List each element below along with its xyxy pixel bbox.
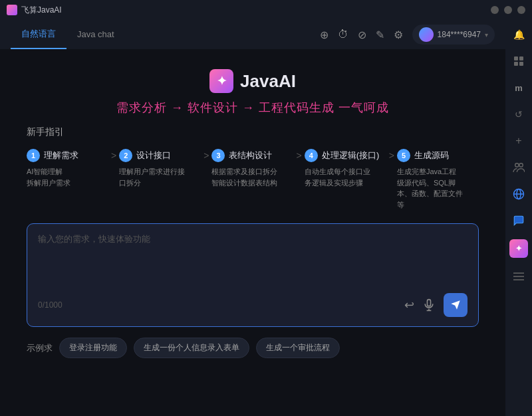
input-footer: 0/1000 ↩: [38, 293, 467, 317]
history-icon[interactable]: ⏱: [338, 29, 348, 41]
close-button[interactable]: [517, 6, 525, 14]
step-desc-3: 根据需求及接口拆分智能设计数据表结构: [211, 166, 277, 188]
maximize-button[interactable]: [504, 6, 512, 14]
step-num-2: 2: [119, 149, 132, 162]
guide-section: 新手指引 1 理解需求 AI智能理解拆解用户需求 > 2: [27, 126, 479, 210]
globe-icon[interactable]: [511, 186, 527, 202]
example-chip-1[interactable]: 生成一份个人信息录入表单: [134, 338, 249, 358]
help-icon[interactable]: ⊘: [358, 29, 366, 41]
guide-step-3: 3 表结构设计 根据需求及接口拆分智能设计数据表结构: [211, 149, 293, 188]
page-area: ✦ JavaAI 需求分析 → 软件设计 → 工程代码生成 一气呵成 新手指引 …: [0, 49, 505, 416]
step-desc-1: AI智能理解拆解用户需求: [27, 166, 70, 188]
step-arrow-2: >: [203, 149, 209, 161]
title-bar: 飞算JavaAI: [0, 0, 532, 20]
nav-icons: ⊕ ⏱ ⊘ ✎ ⚙ 184****6947 ▾: [320, 25, 495, 45]
svg-rect-5: [514, 62, 518, 66]
sidebar-right: 🔔 m ↺ +: [505, 20, 532, 416]
message-m-icon[interactable]: m: [511, 80, 527, 96]
example-chip-2[interactable]: 生成一个审批流程: [256, 338, 340, 358]
input-actions: ↩: [404, 293, 467, 317]
step-arrow-4: >: [389, 149, 394, 161]
example-chip-0[interactable]: 登录注册功能: [59, 338, 127, 358]
nav-tabs: 自然语言 Java chat: [11, 20, 125, 49]
send-button[interactable]: [444, 293, 467, 317]
username: 184****6947: [438, 30, 481, 39]
input-section: 0/1000 ↩: [27, 223, 479, 327]
minimize-button[interactable]: [491, 6, 499, 14]
title-logo: [7, 5, 17, 15]
step-name-4: 处理逻辑(接口): [322, 150, 380, 161]
guide-step-1: 1 理解需求 AI智能理解拆解用户需求: [27, 149, 108, 188]
grid-icon[interactable]: [511, 53, 527, 69]
logo-section: ✦ JavaAI 需求分析 → 软件设计 → 工程代码生成 一气呵成: [116, 69, 389, 116]
examples-section: 示例求 登录注册功能 生成一份个人信息录入表单 生成一个审批流程: [27, 338, 479, 358]
plus-nav-icon[interactable]: ⊕: [320, 29, 329, 41]
title-text: 飞算JavaAI: [21, 5, 62, 16]
chat-bubble-icon[interactable]: [511, 213, 527, 229]
svg-rect-6: [519, 62, 523, 66]
add-icon[interactable]: +: [511, 133, 527, 149]
step-num-5: 5: [397, 149, 410, 162]
guide-steps: 1 理解需求 AI智能理解拆解用户需求 > 2 设计接口 理解用户需求进行接口拆…: [27, 149, 479, 210]
guide-step-4: 4 处理逻辑(接口) 自动生成每个接口业务逻辑及实现步骤: [305, 149, 386, 188]
step-arrow-3: >: [297, 149, 302, 161]
nav-bar: 自然语言 Java chat ⊕ ⏱ ⊘ ✎ ⚙ 184****6947 ▾: [0, 20, 505, 49]
step-desc-4: 自动生成每个接口业务逻辑及实现步骤: [305, 166, 370, 188]
edit-icon[interactable]: ✎: [376, 29, 384, 41]
arrow-icon[interactable]: ↺: [511, 106, 527, 122]
tab-natural-language[interactable]: 自然语言: [11, 20, 66, 49]
notification-icon[interactable]: 🔔: [511, 27, 527, 43]
char-counter: 0/1000: [38, 300, 63, 310]
svg-rect-3: [514, 56, 518, 60]
guide-step-5: 5 生成源码 生成完整Java工程级源代码、SQL脚本、函数、配置文件等: [397, 149, 479, 210]
step-name-1: 理解需求: [44, 150, 78, 161]
step-num-1: 1: [27, 149, 40, 162]
microphone-button[interactable]: [422, 298, 436, 312]
undo-button[interactable]: ↩: [404, 298, 414, 312]
svg-point-8: [519, 163, 523, 167]
svg-point-7: [515, 163, 519, 167]
feisuan-icon[interactable]: ✦: [509, 239, 528, 258]
tab-java-chat[interactable]: Java chat: [66, 20, 125, 49]
step-name-2: 设计接口: [136, 150, 171, 161]
step-num-4: 4: [305, 149, 318, 162]
settings-nav-icon[interactable]: ⚙: [394, 29, 403, 41]
svg-rect-0: [428, 300, 431, 306]
hamburger-icon[interactable]: [511, 268, 527, 284]
guide-step-2: 2 设计接口 理解用户需求进行接口拆分: [119, 149, 201, 188]
step-num-3: 3: [211, 149, 225, 162]
app-logo-icon: ✦: [209, 69, 233, 93]
input-box: 0/1000 ↩: [27, 223, 479, 327]
app-title: JavaAI: [240, 71, 296, 92]
examples-label: 示例求: [27, 342, 53, 354]
step-desc-2: 理解用户需求进行接口拆分: [119, 166, 185, 188]
requirement-input[interactable]: [38, 233, 467, 286]
user-menu[interactable]: 184****6947 ▾: [412, 25, 495, 45]
step-arrow-1: >: [111, 149, 116, 161]
step-desc-5: 生成完整Java工程级源代码、SQL脚本、函数、配置文件等: [397, 166, 463, 210]
step-name-5: 生成源码: [414, 150, 449, 161]
app-subtitle: 需求分析 → 软件设计 → 工程代码生成 一气呵成: [116, 100, 389, 116]
guide-title: 新手指引: [27, 126, 479, 138]
svg-rect-4: [519, 56, 523, 60]
chevron-down-icon: ▾: [485, 31, 488, 39]
users-icon[interactable]: [511, 159, 527, 175]
step-name-3: 表结构设计: [229, 150, 272, 161]
avatar: [419, 27, 434, 42]
